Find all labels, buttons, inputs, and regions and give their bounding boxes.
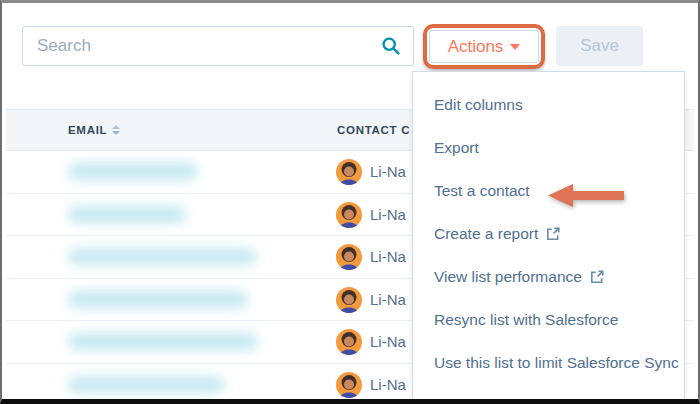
- contact-name: Li-Na: [370, 194, 406, 236]
- contact-avatar: [336, 287, 362, 313]
- actions-highlight-annotation: Actions: [423, 24, 545, 69]
- contact-avatar: [336, 244, 362, 270]
- contact-header-label: CONTACT C: [337, 124, 410, 136]
- redacted-email: [68, 248, 256, 265]
- menu-item-create-a-report[interactable]: Create a report: [413, 212, 684, 255]
- column-header-contact[interactable]: CONTACT C: [337, 110, 410, 150]
- contact-name: Li-Na: [370, 151, 406, 193]
- actions-dropdown-menu: Edit columns Export Test a contact Creat…: [412, 71, 685, 404]
- contact-name: Li-Na: [370, 279, 406, 321]
- redacted-email: [68, 333, 258, 350]
- sort-icon[interactable]: [112, 125, 120, 135]
- caret-down-icon: [510, 44, 520, 50]
- column-header-email[interactable]: EMAIL: [68, 110, 120, 150]
- menu-item-label: Export: [434, 139, 479, 157]
- search-input[interactable]: [23, 36, 381, 56]
- contact-name: Li-Na: [370, 236, 406, 278]
- menu-item-label: Use this list to limit Salesforce Sync: [434, 354, 679, 372]
- actions-button-label: Actions: [448, 37, 504, 57]
- external-link-icon: [546, 227, 560, 241]
- search-box: [22, 26, 414, 66]
- annotation-arrow-icon: [548, 182, 626, 213]
- contact-avatar: [336, 329, 362, 355]
- email-header-label: EMAIL: [68, 124, 107, 136]
- external-link-icon: [590, 270, 604, 284]
- menu-item-label: View list performance: [434, 268, 582, 286]
- menu-item-label: Resync list with Salesforce: [434, 311, 618, 329]
- menu-item-view-list-performance[interactable]: View list performance: [413, 255, 684, 298]
- contact-avatar: [336, 159, 362, 185]
- redacted-email: [68, 206, 186, 223]
- actions-button[interactable]: Actions: [429, 30, 539, 63]
- save-button[interactable]: Save: [556, 26, 643, 66]
- screenshot-frame: Actions Save EMAIL CONTACT C: [0, 0, 700, 404]
- contact-avatar: [336, 202, 362, 228]
- menu-item-label: Test a contact: [434, 182, 530, 200]
- redacted-email: [68, 376, 224, 393]
- menu-item-use-list-to-limit-salesforce-sync[interactable]: Use this list to limit Salesforce Sync: [413, 341, 684, 384]
- redacted-email: [68, 291, 248, 308]
- menu-item-label: Create a report: [434, 225, 538, 243]
- menu-item-export[interactable]: Export: [413, 126, 684, 169]
- redacted-email: [68, 163, 198, 180]
- contact-name: Li-Na: [370, 364, 406, 404]
- contact-name: Li-Na: [370, 321, 406, 363]
- search-icon[interactable]: [381, 36, 401, 56]
- contact-avatar: [336, 372, 362, 398]
- menu-item-resync-list-with-salesforce[interactable]: Resync list with Salesforce: [413, 298, 684, 341]
- menu-item-edit-columns[interactable]: Edit columns: [413, 83, 684, 126]
- menu-item-label: Edit columns: [434, 96, 523, 114]
